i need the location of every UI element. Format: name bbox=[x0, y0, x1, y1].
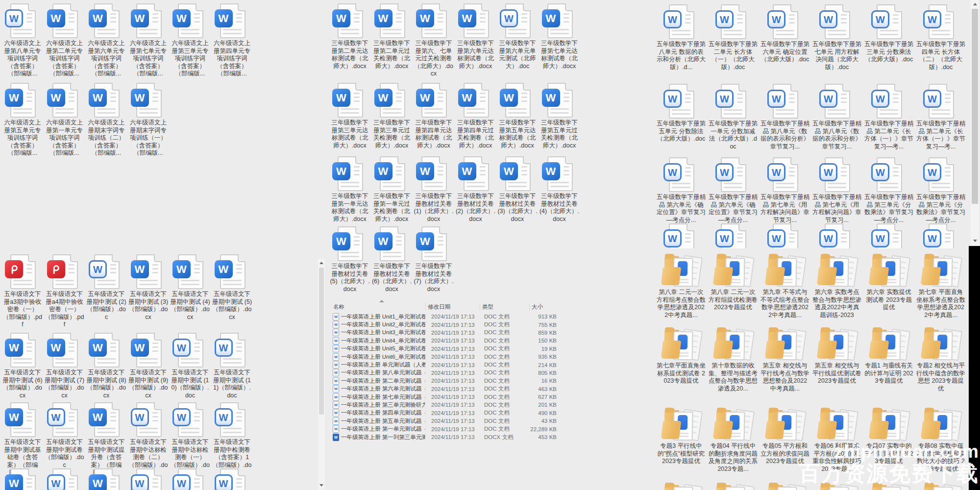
file-list-row[interactable]: W一年级英语上册 Unit5_单元测试卷（人...2024/11/19 17:1… bbox=[331, 345, 564, 353]
desktop-folder[interactable]: 第八章 二元一次方程组提优检测卷 2023专题提优 bbox=[709, 254, 758, 312]
desktop-file[interactable]: W三年级数学下册第三单元过关检测卷（北师大）.docx bbox=[372, 82, 412, 149]
file-list-row[interactable]: W一年级英语上册 Unit2_单元测试卷（人...2024/11/19 17:1… bbox=[331, 320, 564, 328]
file-list-row[interactable]: W一年级英语上册 第七单元测试题（人教...2024/11/19 17:13DO… bbox=[331, 393, 564, 401]
desktop-file[interactable]: W三年级数学下册第六单元单元测试（北师大）.doc bbox=[497, 3, 538, 70]
desktop-file[interactable]: W五年级语文下册期中测试 (2)（部编版）.doc bbox=[86, 254, 126, 321]
desktop-file[interactable]: W六年级语文上册第五单元专项训练字词（含答案）（部编版... bbox=[2, 82, 43, 157]
desktop-file[interactable]: W三年级数学下册第六、七单元过关检测卷（北师大）.docx bbox=[414, 3, 454, 78]
desktop-file[interactable]: W五年级语文下册期中测试 (5)（部编版）.docx bbox=[212, 254, 252, 321]
desktop-file-partial[interactable]: W bbox=[2, 468, 43, 490]
desktop-folder[interactable]: 专题3 平行线中的"拐点"模型研究 2023专题提优 bbox=[657, 408, 706, 466]
desktop-folder-partial[interactable] bbox=[709, 483, 758, 490]
desktop-file[interactable]: W三年级数学下册教材过关卷(2)（北师大）.docx bbox=[456, 156, 496, 223]
desktop-file[interactable]: W五年级语文下册期中测试卷（部编版）.doc bbox=[45, 402, 85, 469]
desktop-file[interactable]: W三年级数学下册第一单元达标测试卷（北师大）.docx bbox=[330, 156, 370, 223]
right-scrollbar[interactable] bbox=[971, 0, 979, 246]
desktop-folder[interactable]: 第六章 实数考点整合与数学思想渗透及2022中考真题训练-2023 bbox=[812, 254, 861, 319]
desktop-file[interactable]: W六年级语文上册第三单元专项训练字词（含答案）（部编版... bbox=[170, 3, 210, 78]
file-list-row[interactable]: W一年级英语上册 Unit4_单元测试卷（人...2024/11/19 17:1… bbox=[331, 337, 564, 344]
desktop-file[interactable]: W五年级语文下册期中检测卷（含答案）1（部编版）.doc bbox=[212, 402, 252, 477]
file-list-row[interactable]: W一年级英语上册 第三单元测验听力部分...2024/11/19 17:13DO… bbox=[331, 401, 564, 409]
desktop-file[interactable]: 五年级语文下册a4期中验收密卷（一）（部编版）.pdf bbox=[45, 254, 85, 329]
desktop-folder[interactable]: 专题2 相交线与平行线中蕴含的数学思想 2023专题提优 bbox=[916, 327, 965, 392]
desktop-folder[interactable]: 专题1 与垂线有关的计算与证明 2023专题提优 bbox=[864, 327, 913, 385]
desktop-file[interactable]: W五年级语文下册期中测试 (3)（部编版）.docx bbox=[128, 254, 169, 321]
desktop-file[interactable]: W三年级数学下册第一单元过关检测卷（北师大）.docx bbox=[372, 156, 412, 223]
desktop-file[interactable]: W三年级数学下册第四单元过关检测卷（北师大）.docx bbox=[456, 82, 496, 149]
scroll-down-icon[interactable] bbox=[319, 484, 323, 487]
file-list-row[interactable]: W一年级英语上册 第二单元测试题（人教...2024/11/19 17:13DO… bbox=[331, 377, 564, 385]
desktop-folder[interactable]: 第十章数据的收集、整理与描述考点整合与数学思想渗透及20... bbox=[709, 327, 758, 392]
column-header-size[interactable]: 大小 bbox=[529, 303, 564, 311]
file-list-row[interactable]: W一年级英语上册 第一到第三单元测试（...2024/11/19 17:13DO… bbox=[331, 433, 564, 441]
desktop-file[interactable]: W五年级数学下册第一单元 分数加减法（北师大版）.doc bbox=[709, 83, 758, 150]
desktop-file[interactable]: W五年级数学下册精品 第二单元《长方体（一）》章节复习—考... bbox=[864, 83, 913, 150]
desktop-folder-partial[interactable] bbox=[657, 483, 706, 490]
desktop-file-partial[interactable]: W bbox=[212, 468, 252, 490]
desktop-file[interactable]: W五年级语文下册期中测试提升卷（含答案）（部编版）.docx bbox=[86, 402, 126, 477]
desktop-file[interactable]: W五年级语文下册期中达标检测卷（二）（部编版）.doc bbox=[128, 402, 169, 477]
scroll-up-icon[interactable] bbox=[973, 3, 977, 5]
desktop-folder[interactable]: 第六章 实数提优测试卷 2023专题提优 bbox=[864, 254, 913, 312]
desktop-file[interactable]: W五年级语文下册期中测试基础卷（含答案）（部编版）.docx bbox=[2, 402, 43, 477]
desktop-file[interactable]: W六年级语文上册第一单元专项训练字词（含答案）（部编版... bbox=[45, 82, 85, 157]
desktop-file[interactable]: W五年级数学下册精品 第八单元《数据的表示和分析》章节复习... bbox=[760, 83, 809, 150]
desktop-file[interactable]: 五年级语文下册a3期中验收密卷（一）（部编版）.pdf bbox=[2, 254, 43, 329]
desktop-file-partial[interactable]: W bbox=[916, 223, 965, 248]
desktop-file[interactable]: W三年级数学下册第五单元过关检测卷（北师大）.docx bbox=[539, 82, 580, 149]
desktop-file[interactable]: W六年级语文上册第四单元专项训练字词（含答案）（部编版... bbox=[212, 3, 252, 78]
desktop-file-partial[interactable]: W bbox=[170, 468, 210, 490]
desktop-file[interactable]: W五年级语文下册期中测试 (8)（部编版）.docx bbox=[86, 332, 126, 399]
desktop-file[interactable]: W五年级语文下册期中测试 (9)（部编版）.docx bbox=[128, 332, 169, 399]
desktop-file[interactable]: W五年级数学下册精品 第八单元《数据的表示和分析》章节复习... bbox=[812, 83, 861, 150]
column-header-type[interactable]: 类型 bbox=[480, 303, 529, 311]
desktop-file-partial[interactable]: W bbox=[709, 223, 758, 248]
desktop-file[interactable]: W五年级数学下册精品 第三单元《分数乘法》章节复习—考点分... bbox=[864, 157, 913, 224]
desktop-file[interactable]: W三年级数学下册第二单元过关检测卷（北师大）.docx bbox=[372, 3, 412, 70]
desktop-file[interactable]: W五年级数学下册精品 第六单元《确定位置》章节复习—考点分... bbox=[709, 157, 758, 224]
desktop-file[interactable]: W五年级数学下册精品 第六单元《确定位置》章节复习—考点分... bbox=[657, 157, 706, 224]
file-list-row[interactable]: W一年级英语上册 第六单元测试题（人教...2024/11/19 17:13DO… bbox=[331, 385, 564, 393]
desktop-file[interactable]: W五年级语文下册期中测试 (11)（部编版）.doc bbox=[212, 332, 252, 399]
desktop-file[interactable]: W三年级数学下册第四单元达标测试卷（北师大）.docx bbox=[414, 82, 454, 149]
desktop-folder[interactable]: 第七章 平面直角坐标系考点整合数学思想渗透及2022中考真题... bbox=[916, 254, 965, 319]
desktop-file[interactable]: W五年级数学下册精品 第三单元《分数乘法》章节复习—考点分... bbox=[916, 157, 965, 224]
desktop-folder[interactable]: 第五章 相交线与平行线提优测试卷 2023专题提优 bbox=[812, 327, 861, 385]
desktop-file[interactable]: W六年级语文上册第二单元专项训练字词（含答案）（部编版... bbox=[45, 3, 85, 78]
column-header-name[interactable]: 名称 bbox=[331, 303, 425, 311]
scroll-up-icon[interactable] bbox=[319, 262, 323, 264]
desktop-file[interactable]: W五年级语文下册期中测试 (6)（部编版）.docx bbox=[2, 332, 43, 399]
column-header-date[interactable]: 修改日期 bbox=[425, 303, 480, 311]
desktop-file[interactable]: W五年级数学下册第六单元 确定位置（北师大版）.doc bbox=[760, 4, 809, 64]
desktop-file-partial[interactable]: W bbox=[864, 223, 913, 248]
file-list-row[interactable]: W一年级英语上册 Unit1_单元测试卷（人...2024/11/19 17:1… bbox=[331, 313, 564, 320]
desktop-file[interactable]: W六年级语文上册期末字词专项训练（二）（含答案）（部编版... bbox=[86, 82, 126, 157]
desktop-folder[interactable]: 第五章 相交线与平行线考点与数学思想整合及2022中考真题... bbox=[760, 327, 809, 392]
desktop-file-partial[interactable]: W bbox=[812, 223, 861, 248]
desktop-file-partial[interactable]: W bbox=[128, 468, 169, 490]
desktop-file[interactable]: W三年级数学下册第二单元达标测试卷（北师大）.docx bbox=[330, 3, 370, 70]
desktop-file[interactable]: W六年级语文上册第八单元专项训练字词（含答案）（部编版... bbox=[2, 3, 43, 78]
desktop-file[interactable]: W五年级语文下册期中测试 (10)（部编版）.doc bbox=[170, 332, 210, 399]
desktop-folder[interactable]: 第九章 不等式与不等式组考点整合数学思想渗透2022中考真题... bbox=[760, 254, 809, 319]
desktop-file[interactable]: W六年级语文上册第六单元专项训练字词（含答案）（部编版... bbox=[86, 3, 126, 78]
desktop-folder[interactable]: 第八章 二元一次方程组考点整合数学思想渗透及2022中考真题... bbox=[657, 254, 706, 319]
desktop-file[interactable]: W五年级数学下册第二单元 长方体（一）（北师大版）.doc bbox=[709, 4, 758, 71]
desktop-file[interactable]: W五年级数学下册精品 第七单元《用方程解决问题》章节复习... bbox=[812, 157, 861, 224]
file-list-row[interactable]: W一年级英语上册 Unit6_单元测试卷（人...2024/11/19 17:1… bbox=[331, 353, 564, 361]
desktop-file[interactable]: W六年级语文上册期末字词专项训练（一）（含答案）（部编版... bbox=[128, 82, 169, 157]
desktop-folder[interactable]: 专题04 平行线中的翻折求角度问题及角度之间的关系 2023专题... bbox=[709, 408, 758, 473]
file-list-row[interactable]: W一年级英语上册 第八单元测试题（人教...2024/11/19 17:13DO… bbox=[331, 369, 564, 377]
right-scrollbar-thumb[interactable] bbox=[972, 9, 978, 204]
desktop-file[interactable]: W三年级数学下册教材过关卷(6)（北师大）.docx bbox=[372, 226, 412, 293]
scroll-down-icon[interactable] bbox=[973, 240, 977, 242]
desktop-file[interactable]: W三年级数学下册第六单元达标测试卷（北师大）.docx bbox=[456, 3, 496, 70]
desktop-file[interactable]: W五年级数学下册第五单元 分数除法（北师大版）.doc bbox=[657, 83, 706, 143]
desktop-file[interactable]: W五年级语文下册期中测试 (7)（部编版）.docx bbox=[45, 332, 85, 399]
desktop-file[interactable]: W五年级数学下册第七单元 用方程解决问题（北师大版）.doc bbox=[812, 4, 861, 71]
desktop-file-partial[interactable]: W bbox=[657, 223, 706, 248]
file-list-row[interactable]: W一年级英语上册 Unit3_单元测试卷（人...2024/11/19 17:1… bbox=[331, 329, 564, 337]
desktop-file-partial[interactable]: W bbox=[760, 223, 809, 248]
desktop-file[interactable]: W三年级数学下册第七单元达标测试卷（北师大）.docx bbox=[539, 3, 580, 70]
desktop-file[interactable]: W三年级数学下册教材过关卷(3)（北师大）.docx bbox=[497, 156, 538, 223]
